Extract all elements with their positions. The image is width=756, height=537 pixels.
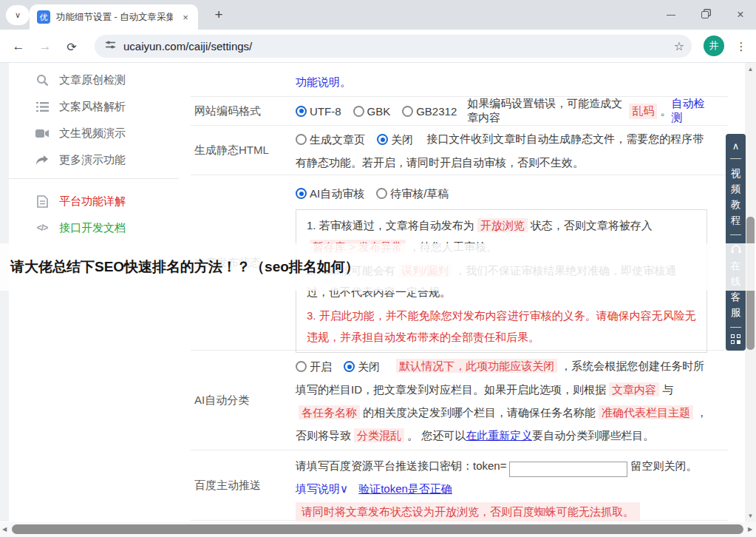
scroll-up-icon[interactable]: ▲ [745, 66, 756, 72]
share-arrow-icon [35, 153, 49, 166]
table-row-ai-classify: AI自动分类 开启 关闭 默认情况下，此项功能应该关闭，系统会根据您创建任务时所… [191, 351, 728, 450]
sidebar-item-label: 平台功能详解 [59, 195, 126, 209]
chevron-down-icon: ∨ [15, 10, 21, 20]
browser-tab[interactable]: 优 功能细节设置 - 自动文章采集器 × [30, 4, 198, 30]
panel-divider [730, 234, 741, 235]
site-favicon: 优 [37, 10, 50, 24]
sidebar-item-label: 文章原创检测 [59, 73, 126, 87]
address-bar[interactable]: ucaiyun.com/caiji/settings/ ☆ [95, 35, 692, 58]
radio-pending-circle[interactable] [376, 188, 387, 199]
floating-side-panel: ∧ 视频教程 在线客服 [726, 134, 746, 351]
radio-classify-off[interactable]: 关闭 [344, 355, 380, 378]
settings-table: 功能说明。 网站编码格式 UTF-8 GBK GB2312 如果编码设置错误，可… [191, 63, 728, 521]
baidu-empty-hint: 留空则关闭。 [630, 459, 697, 472]
baidu-spider-note: 请同时将文章发布状态设为开放浏览，否则百度蜘蛛可能无法抓取。 [296, 502, 640, 521]
radio-classify-off-circle[interactable] [344, 361, 355, 372]
auto-detect-link[interactable]: 自动检测 [671, 97, 709, 125]
sidebar-item-label: 文生视频演示 [59, 126, 126, 141]
new-tab-button[interactable]: + [210, 6, 228, 24]
sidebar-item-label: 文案风格解析 [59, 100, 126, 114]
baidu-token-input[interactable] [509, 462, 627, 477]
encoding-hint-period: 。 [660, 104, 671, 118]
tab-close-icon[interactable]: × [179, 10, 192, 24]
open-browse-highlight: 开放浏览 [477, 218, 528, 232]
static-html-radio-group: 生成文章页 关闭 [296, 128, 413, 151]
panel-divider [730, 158, 741, 159]
page-left-margin [0, 63, 9, 521]
window-close-button[interactable]: × [730, 7, 751, 22]
ai-classify-row-label: AI自动分类 [191, 351, 296, 450]
radio-utf8[interactable]: UTF-8 [296, 105, 341, 118]
radio-gbk-circle[interactable] [353, 106, 364, 117]
horizontal-scrollbar[interactable]: ◀ ▶ [0, 522, 756, 537]
overlay-seo-text: 请大佬总结下SEO快速排名的方法！？（seo排名如何） [0, 257, 359, 277]
radio-generate-article-page[interactable]: 生成文章页 [296, 128, 365, 151]
minimize-icon [667, 15, 675, 16]
search-icon [35, 73, 49, 87]
sidebar-item-more-demos[interactable]: 更多演示功能 [9, 146, 191, 173]
fill-instructions-link[interactable]: 填写说明∨ [296, 482, 348, 495]
radio-generate-circle[interactable] [296, 134, 307, 145]
table-row-encoding: 网站编码格式 UTF-8 GBK GB2312 如果编码设置错误，可能造成文章内… [191, 97, 728, 126]
encoding-hint-text: 如果编码设置错误，可能造成文章内容 [467, 97, 626, 125]
task-name-highlight: 各任务名称 [299, 405, 360, 419]
radio-gbk[interactable]: GBK [353, 105, 391, 118]
feature-description-link[interactable]: 功能说明。 [296, 75, 351, 88]
default-off-highlight: 默认情况下，此项功能应该关闭 [396, 359, 557, 373]
sidebar-divider [9, 178, 179, 179]
maximize-icon [701, 11, 709, 18]
radio-classify-on[interactable]: 开启 [296, 355, 332, 378]
document-icon [35, 195, 49, 208]
sidebar-item-originality-check[interactable]: 文章原创检测 [9, 67, 191, 93]
radio-gb2312[interactable]: GB2312 [402, 105, 457, 118]
radio-gb2312-circle[interactable] [402, 106, 413, 117]
url-text[interactable]: ucaiyun.com/caiji/settings/ [123, 40, 674, 53]
encoding-row-label: 网站编码格式 [191, 97, 296, 125]
sidebar-item-style-analysis[interactable]: 文案风格解析 [9, 93, 191, 120]
browser-menu-icon[interactable]: ⋮ [735, 37, 748, 56]
radio-ai-audit-circle[interactable] [296, 188, 307, 199]
profile-avatar[interactable]: 井 [704, 36, 724, 56]
table-row-header: 功能说明。 [191, 63, 728, 97]
sidebar-item-text-to-video[interactable]: 文生视频演示 [9, 120, 191, 146]
browser-tab-strip: ∨ 优 功能细节设置 - 自动文章采集器 × + × [0, 0, 756, 30]
sidebar-item-platform-features[interactable]: 平台功能详解 [9, 188, 191, 215]
baidu-token-prompt: 请填写百度资源平台推送接口密钥：token= [296, 459, 506, 472]
forward-button[interactable]: → [35, 37, 55, 56]
video-camera-icon [35, 126, 49, 140]
garbled-text-highlight: 乱码 [629, 104, 657, 119]
sidebar-item-label: 更多演示功能 [59, 153, 126, 167]
horizontal-scrollbar-thumb[interactable] [12, 524, 743, 534]
radio-pending-draft[interactable]: 待审核/草稿 [376, 182, 449, 205]
back-button[interactable]: ← [9, 37, 28, 56]
sidebar-item-api-docs[interactable]: </> 接口开发文档 [9, 215, 191, 241]
panel-divider [730, 327, 741, 328]
radio-classify-on-circle[interactable] [296, 361, 307, 372]
radio-static-off[interactable]: 关闭 [377, 128, 413, 151]
scroll-right-icon[interactable]: ▶ [748, 526, 752, 533]
tab-title: 功能细节设置 - 自动文章采集器 [56, 11, 173, 24]
publish-status-radio-group: AI自动审核 待审核/草稿 [296, 182, 449, 205]
reload-button[interactable]: ⟳ [62, 37, 81, 56]
article-content-highlight: 文章内容 [609, 382, 659, 396]
panel-collapse-chevron-icon[interactable]: ∧ [732, 141, 740, 152]
scroll-down-icon[interactable]: ▼ [745, 513, 756, 519]
ai-classify-radio-group: 开启 关闭 [296, 355, 380, 378]
radio-ai-auto-audit[interactable]: AI自动审核 [296, 182, 364, 205]
site-settings-icon[interactable] [105, 39, 116, 53]
window-minimize-button[interactable] [661, 7, 681, 22]
video-tutorial-button[interactable]: 视频教程 [730, 166, 741, 228]
baidu-push-row-label: 百度主动推送 [191, 450, 296, 520]
vertical-scrollbar[interactable]: ▲ ▼ [745, 63, 756, 522]
radio-utf8-circle[interactable] [296, 106, 307, 117]
verify-token-link[interactable]: 验证token是否正确 [358, 482, 452, 495]
tab-search-button[interactable]: ∨ [6, 5, 30, 25]
redefine-link[interactable]: 在此重新定义 [466, 429, 532, 442]
radio-static-off-circle[interactable] [377, 134, 388, 145]
window-maximize-button[interactable] [695, 7, 715, 22]
qr-code-icon[interactable] [731, 334, 740, 344]
scroll-left-icon[interactable]: ◀ [2, 526, 7, 533]
sidebar: 文章原创检测 文案风格解析 文生视频演示 更多演示功能 平台功能详解 [9, 63, 191, 241]
bookmark-star-icon[interactable]: ☆ [674, 39, 684, 53]
table-row-baidu-push: 百度主动推送 请填写百度资源平台推送接口密钥：token=留空则关闭。 填写说明… [191, 450, 728, 521]
